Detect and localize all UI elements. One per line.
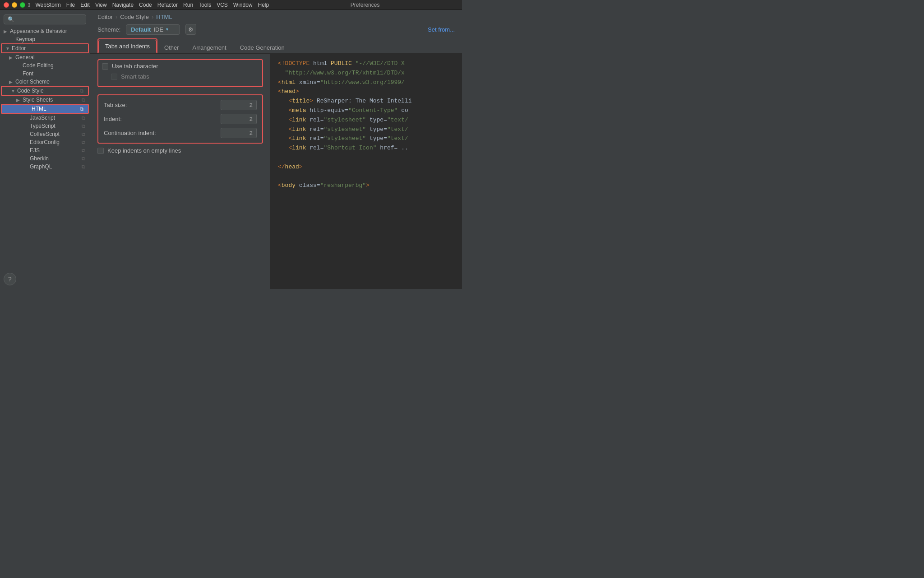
help-button[interactable]: ? bbox=[4, 273, 16, 285]
copy-icon[interactable]: ⧉ bbox=[81, 131, 86, 137]
close-button[interactable] bbox=[4, 2, 9, 8]
sidebar-item-code-style[interactable]: ▼ Code Style ⧉ bbox=[2, 87, 88, 95]
sidebar-item-color-scheme[interactable]: ▶ Color Scheme bbox=[0, 78, 90, 86]
apple-logo[interactable]:  bbox=[28, 2, 30, 8]
sidebar-item-typescript[interactable]: TypeScript ⧉ bbox=[0, 122, 90, 130]
tab-tabs-indents[interactable]: Tabs and Indents bbox=[98, 40, 157, 53]
menu-help[interactable]: Help bbox=[258, 2, 269, 8]
continuation-indent-input[interactable] bbox=[221, 128, 257, 138]
minimize-button[interactable] bbox=[12, 2, 17, 8]
code-token: PUBLIC bbox=[331, 60, 352, 67]
code-token: html bbox=[313, 60, 331, 67]
tab-size-input[interactable] bbox=[221, 100, 257, 110]
menu-edit[interactable]: Edit bbox=[80, 2, 90, 8]
sidebar-item-label: Keymap bbox=[15, 36, 35, 42]
smart-tabs-row: Smart tabs bbox=[102, 73, 259, 80]
sidebar-item-label: Gherkin bbox=[30, 155, 49, 162]
menu-view[interactable]: View bbox=[95, 2, 107, 8]
code-token: co bbox=[401, 107, 408, 114]
code-token: > bbox=[296, 88, 299, 95]
menu-tools[interactable]: Tools bbox=[199, 2, 211, 8]
code-token: title bbox=[292, 98, 310, 104]
copy-icon[interactable]: ⧉ bbox=[81, 123, 86, 129]
copy-icon[interactable]: ⧉ bbox=[81, 164, 86, 170]
arrow-icon: ▶ bbox=[9, 55, 14, 60]
sidebar: 🔍 ▶ Appearance & Behavior Keymap ▼ Edito… bbox=[0, 10, 90, 289]
breadcrumb-editor: Editor bbox=[97, 14, 113, 20]
scheme-dropdown[interactable]: Default IDE ▾ bbox=[126, 24, 180, 35]
menu-refactor[interactable]: Refactor bbox=[157, 2, 178, 8]
code-token: head bbox=[282, 88, 296, 95]
tab-other[interactable]: Other bbox=[157, 41, 186, 54]
arrow-icon: ▶ bbox=[9, 79, 14, 84]
copy-icon[interactable]: ⧉ bbox=[81, 97, 86, 103]
menu-window[interactable]: Window bbox=[233, 2, 253, 8]
arrow-icon: ▶ bbox=[16, 98, 21, 103]
code-token: < bbox=[278, 88, 282, 95]
scheme-gear-button[interactable]: ⚙ bbox=[185, 24, 196, 35]
sidebar-item-javascript[interactable]: JavaScript ⧉ bbox=[0, 114, 90, 122]
menu-code[interactable]: Code bbox=[139, 2, 152, 8]
sidebar-item-label: EJS bbox=[30, 147, 40, 154]
code-line-10: <link rel="Shortcut Icon" href= .. bbox=[278, 144, 455, 153]
maximize-button[interactable] bbox=[20, 2, 25, 8]
menu-vcs[interactable]: VCS bbox=[217, 2, 228, 8]
arrow-icon: ▶ bbox=[4, 29, 8, 34]
tab-size-label: Tab size: bbox=[104, 102, 217, 108]
sidebar-item-style-sheets[interactable]: ▶ Style Sheets ⧉ bbox=[0, 96, 90, 104]
copy-icon[interactable]: ⧉ bbox=[81, 156, 86, 162]
menu-navigate[interactable]: Navigate bbox=[112, 2, 134, 8]
sidebar-item-gherkin[interactable]: Gherkin ⧉ bbox=[0, 154, 90, 163]
use-tab-character-checkbox[interactable] bbox=[102, 63, 108, 70]
search-input[interactable] bbox=[16, 16, 82, 23]
copy-icon[interactable]: ⧉ bbox=[79, 106, 84, 112]
copy-icon[interactable]: ⧉ bbox=[81, 148, 86, 154]
sidebar-item-label: General bbox=[15, 54, 35, 61]
code-token: ReSharper: The Most Intelli bbox=[317, 98, 412, 104]
sidebar-item-editor[interactable]: ▼ Editor bbox=[2, 44, 88, 52]
content-area: Editor › Code Style › HTML Scheme: Defau… bbox=[90, 10, 462, 289]
code-token: href= .. bbox=[380, 144, 408, 151]
code-token: </ bbox=[278, 163, 285, 170]
breadcrumb: Editor › Code Style › HTML bbox=[90, 10, 462, 22]
scheme-row: Scheme: Default IDE ▾ ⚙ Set from... bbox=[90, 22, 462, 38]
indent-row: Indent: bbox=[104, 114, 257, 124]
code-token: rel= bbox=[310, 126, 323, 133]
sidebar-item-label: Style Sheets bbox=[23, 97, 53, 103]
sidebar-item-label: JavaScript bbox=[30, 115, 55, 121]
breadcrumb-code-style: Code Style bbox=[120, 14, 149, 20]
code-token: http-equiv= bbox=[310, 107, 348, 114]
sidebar-item-label: Color Scheme bbox=[15, 79, 50, 85]
tab-code-generation[interactable]: Code Generation bbox=[233, 41, 291, 54]
copy-icon[interactable]: ⧉ bbox=[81, 115, 86, 121]
sidebar-item-html[interactable]: HTML ⧉ bbox=[2, 105, 88, 113]
code-token: "text/ bbox=[387, 117, 408, 123]
arrow-icon: ▼ bbox=[11, 89, 15, 93]
menu-file[interactable]: File bbox=[66, 2, 75, 8]
scheme-label: Scheme: bbox=[97, 26, 120, 33]
search-box[interactable]: 🔍 bbox=[4, 14, 86, 24]
menu-run[interactable]: Run bbox=[183, 2, 193, 8]
sidebar-item-graphql[interactable]: GraphQL ⧉ bbox=[0, 163, 90, 171]
code-token: "Shortcut Icon" bbox=[323, 144, 376, 151]
copy-icon[interactable]: ⧉ bbox=[81, 140, 86, 145]
sidebar-item-coffeescript[interactable]: CoffeeScript ⧉ bbox=[0, 130, 90, 138]
sidebar-item-font[interactable]: Font bbox=[0, 70, 90, 78]
indent-input[interactable] bbox=[221, 114, 257, 124]
code-line-blank2 bbox=[278, 172, 455, 182]
scheme-value: Default bbox=[131, 26, 151, 33]
sidebar-item-code-editing[interactable]: Code Editing bbox=[0, 61, 90, 70]
keep-indents-checkbox[interactable] bbox=[97, 148, 104, 154]
menu-webstorm[interactable]: WebStorm bbox=[35, 2, 60, 8]
copy-icon[interactable]: ⧉ bbox=[79, 88, 84, 94]
sidebar-item-general[interactable]: ▶ General bbox=[0, 53, 90, 61]
sidebar-item-keymap[interactable]: Keymap bbox=[0, 35, 90, 43]
set-from-link[interactable]: Set from... bbox=[428, 26, 455, 33]
tab-arrangement[interactable]: Arrangement bbox=[186, 41, 233, 54]
code-token: xmlns= bbox=[299, 79, 320, 86]
code-token: rel= bbox=[310, 117, 323, 123]
sidebar-item-ejs[interactable]: EJS ⧉ bbox=[0, 146, 90, 154]
sidebar-item-appearance-behavior[interactable]: ▶ Appearance & Behavior bbox=[0, 27, 90, 35]
smart-tabs-checkbox[interactable] bbox=[111, 74, 117, 80]
sidebar-item-editorconfig[interactable]: EditorConfig ⧉ bbox=[0, 138, 90, 146]
